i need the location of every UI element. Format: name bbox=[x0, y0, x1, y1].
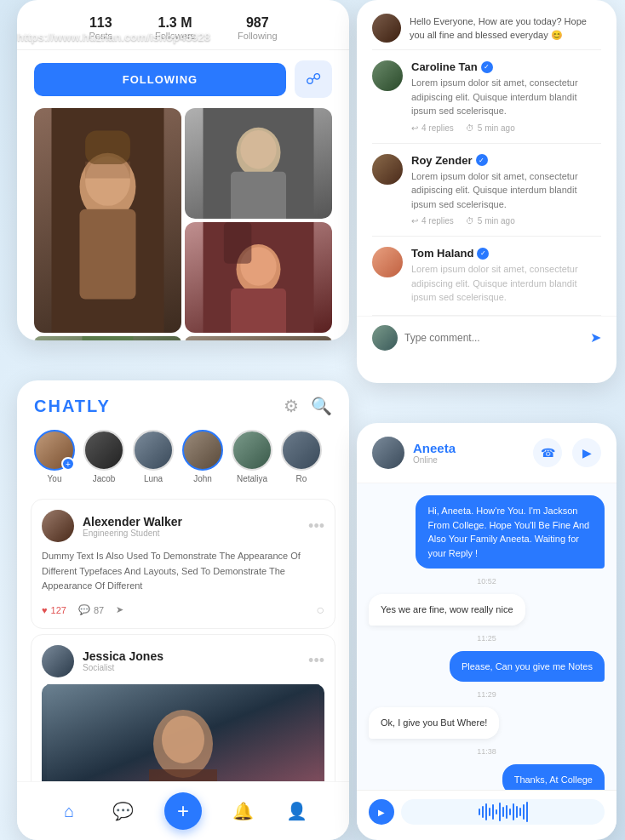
alexender-name: Alexender Walker bbox=[83, 515, 300, 529]
photo-sub-1 bbox=[185, 108, 332, 219]
jessica-name: Jessica Jones bbox=[83, 649, 300, 663]
chatly-nav-bell[interactable]: 🔔 bbox=[232, 799, 255, 823]
message-3: Please, Can you give me Notes bbox=[450, 651, 605, 683]
svg-rect-4 bbox=[85, 130, 130, 164]
john-label: John bbox=[193, 474, 212, 483]
time-1: 10:52 bbox=[369, 577, 605, 586]
wave-bar bbox=[516, 806, 518, 818]
comment-body-2: Roy Zender ✓ Lorem ipsum dolor sit amet,… bbox=[411, 154, 601, 226]
comment-input[interactable] bbox=[404, 332, 583, 344]
like-button-1[interactable]: ♥ 127 bbox=[42, 605, 66, 615]
replies-1: ↩ 4 replies bbox=[411, 123, 454, 133]
share-button-1[interactable]: ➤ bbox=[116, 604, 123, 615]
message-5: Thanks, At College bbox=[502, 764, 605, 791]
input-user-avatar bbox=[372, 325, 398, 351]
play-audio-button[interactable]: ▶ bbox=[369, 799, 394, 825]
time-3: 11:29 bbox=[369, 690, 605, 699]
video-icon: ▶ bbox=[582, 446, 592, 460]
your-story-label: You bbox=[48, 474, 62, 483]
svg-rect-14 bbox=[224, 222, 252, 264]
svg-point-21 bbox=[162, 716, 204, 763]
chat-messages: Hi, Aneeta. How're You. I'm Jackson From… bbox=[357, 483, 616, 790]
alexender-role: Engineering Student bbox=[83, 529, 300, 538]
photo-sub-2 bbox=[185, 222, 332, 333]
verified-badge-3: ✓ bbox=[477, 248, 489, 260]
watermark: https://www.huzhan.com/ishop45928 bbox=[17, 31, 210, 43]
wave-bar bbox=[519, 808, 521, 816]
chatly-nav-home[interactable]: ⌂ bbox=[57, 799, 81, 823]
jacob-label: Jacob bbox=[93, 474, 116, 483]
ro-label: Ro bbox=[296, 474, 307, 483]
commenter-avatar bbox=[372, 14, 401, 43]
message-button[interactable]: ☍ bbox=[295, 60, 332, 98]
heart-icon-1: ♥ bbox=[42, 605, 48, 615]
story-john[interactable]: John bbox=[182, 430, 223, 483]
story-you[interactable]: + You bbox=[34, 430, 75, 483]
post-2-menu[interactable]: ••• bbox=[308, 652, 324, 670]
post-1: Alexender Walker Engineering Student •••… bbox=[31, 499, 335, 629]
posts-count: 113 bbox=[89, 15, 112, 31]
jessica-role: Socialist bbox=[83, 663, 300, 672]
message-4: Ok, I give you But Where! bbox=[369, 707, 499, 739]
story-luna[interactable]: Luna bbox=[133, 430, 174, 483]
aneeta-avatar bbox=[372, 437, 404, 469]
post-2-info: Jessica Jones Socialist bbox=[83, 649, 300, 672]
wave-bar bbox=[482, 806, 484, 818]
comment-item-2: Roy Zender ✓ Lorem ipsum dolor sit amet,… bbox=[357, 144, 616, 237]
comment-button-1[interactable]: 💬 87 bbox=[78, 604, 104, 615]
chat-input-row: ▶ bbox=[357, 790, 616, 833]
comments-card: Hello Everyone, How are you today? Hope … bbox=[357, 0, 616, 383]
svg-rect-12 bbox=[231, 289, 286, 333]
following-button[interactable]: FOLLOWING bbox=[34, 63, 286, 96]
chatly-header-icons: ⚙ 🔍 bbox=[284, 396, 332, 416]
wave-bar bbox=[526, 802, 528, 822]
post-1-menu[interactable]: ••• bbox=[308, 517, 324, 535]
reply-icon-1: ↩ bbox=[411, 123, 418, 133]
post-image bbox=[42, 684, 324, 795]
chatly-nav-plus[interactable]: + bbox=[164, 792, 202, 830]
phone-icon: ☎ bbox=[541, 446, 555, 460]
comment-item: Caroline Tan ✓ Lorem ipsum dolor sit ame… bbox=[357, 50, 616, 143]
svg-rect-2 bbox=[80, 209, 136, 300]
chatly-nav-comments[interactable]: 💬 bbox=[111, 799, 135, 823]
reply-icon-2: ↩ bbox=[411, 216, 418, 226]
voice-call-button[interactable]: ☎ bbox=[533, 438, 562, 467]
time-2: ⏱ 5 min ago bbox=[466, 216, 515, 226]
chat-user-name: Aneeta bbox=[413, 441, 525, 455]
wave-bar bbox=[496, 809, 497, 814]
tom-name: Tom Haland bbox=[411, 247, 473, 260]
post-2-header: Jessica Jones Socialist ••• bbox=[42, 645, 324, 677]
video-call-button[interactable]: ▶ bbox=[572, 438, 601, 467]
roy-name: Roy Zender bbox=[411, 154, 473, 167]
chatly-nav-profile[interactable]: 👤 bbox=[285, 799, 309, 823]
story-netaliya[interactable]: Netaliya bbox=[232, 430, 272, 483]
chatly-logo: CHATLY bbox=[34, 397, 111, 416]
add-story-icon: + bbox=[61, 457, 75, 471]
caroline-avatar bbox=[372, 60, 403, 91]
comment-meta-1: ↩ 4 replies ⏱ 5 min ago bbox=[411, 123, 601, 133]
search-icon[interactable]: 🔍 bbox=[311, 396, 332, 416]
svg-rect-8 bbox=[231, 172, 286, 219]
bookmark-button-1[interactable]: ○ bbox=[316, 603, 324, 618]
netaliya-avatar bbox=[232, 430, 272, 471]
time-2: 11:25 bbox=[369, 634, 605, 643]
roy-text: Lorem ipsum dolor sit amet, consectetur … bbox=[411, 169, 601, 212]
ro-avatar bbox=[281, 430, 322, 471]
story-jacob[interactable]: Jacob bbox=[83, 430, 124, 483]
chat-card: Aneeta Online ☎ ▶ Hi, Aneeta. How're You… bbox=[357, 423, 616, 840]
post-1-info: Alexender Walker Engineering Student bbox=[83, 515, 300, 538]
stat-following: 987 Following bbox=[238, 15, 277, 41]
chatly-header: CHATLY ⚙ 🔍 bbox=[17, 380, 349, 425]
caroline-name: Caroline Tan bbox=[411, 60, 478, 73]
story-ro[interactable]: Ro bbox=[281, 430, 322, 483]
tom-avatar bbox=[372, 247, 403, 277]
comment-item-3: Tom Haland ✓ Lorem ipsum dolor sit amet,… bbox=[357, 237, 616, 315]
following-count: 987 bbox=[238, 15, 277, 31]
settings-icon[interactable]: ⚙ bbox=[284, 396, 299, 416]
share-icon-1: ➤ bbox=[116, 604, 123, 615]
verified-badge-1: ✓ bbox=[481, 61, 493, 73]
send-icon[interactable]: ➤ bbox=[590, 329, 601, 346]
wave-bar bbox=[506, 805, 507, 819]
intro-text: Hello Everyone, How are you today? Hope … bbox=[410, 14, 601, 43]
chat-header: Aneeta Online ☎ ▶ bbox=[357, 423, 616, 483]
